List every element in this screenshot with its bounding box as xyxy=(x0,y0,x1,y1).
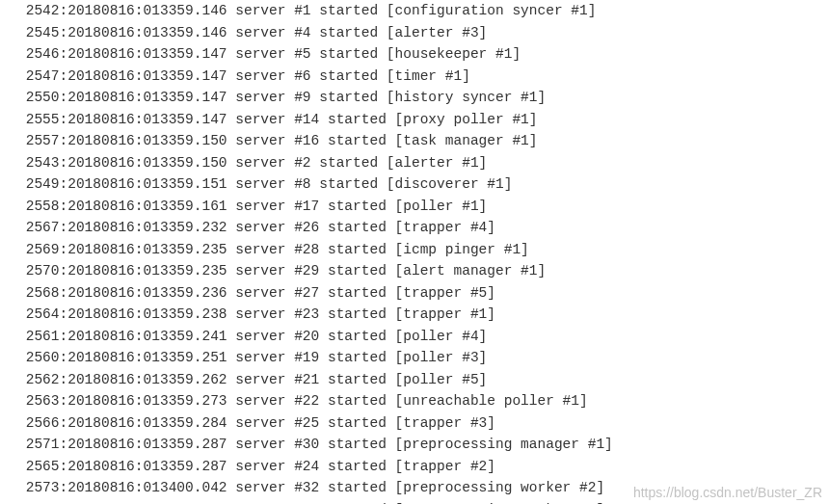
log-line: 2563:20180816:013359.273 server #22 star… xyxy=(17,390,828,412)
log-line: 2567:20180816:013359.232 server #26 star… xyxy=(17,217,828,239)
log-line: 2546:20180816:013359.147 server #5 start… xyxy=(17,43,828,66)
log-line: 2549:20180816:013359.151 server #8 start… xyxy=(17,173,828,196)
log-line: 2547:20180816:013359.147 server #6 start… xyxy=(17,66,828,88)
log-line: 2558:20180816:013359.161 server #17 star… xyxy=(17,196,828,218)
log-line: 2560:20180816:013359.251 server #19 star… xyxy=(17,347,828,369)
log-line: 2550:20180816:013359.147 server #9 start… xyxy=(17,87,828,109)
log-line: 2568:20180816:013359.236 server #27 star… xyxy=(17,282,828,305)
log-line: 2571:20180816:013359.287 server #30 star… xyxy=(17,434,828,456)
watermark-text: https://blog.csdn.net/Buster_ZR xyxy=(633,485,822,500)
log-line: 2570:20180816:013359.235 server #29 star… xyxy=(17,260,828,282)
log-line: 2561:20180816:013359.241 server #20 star… xyxy=(17,326,828,348)
log-line: 2545:20180816:013359.146 server #4 start… xyxy=(17,22,828,44)
log-line: 2557:20180816:013359.150 server #16 star… xyxy=(17,130,828,152)
log-line: 2565:20180816:013359.287 server #24 star… xyxy=(17,456,828,478)
log-output: 2542:20180816:013359.146 server #1 start… xyxy=(0,0,828,504)
log-line: 2555:20180816:013359.147 server #14 star… xyxy=(17,109,828,131)
log-line: 2569:20180816:013359.235 server #28 star… xyxy=(17,239,828,261)
log-line: 2564:20180816:013359.238 server #23 star… xyxy=(17,304,828,326)
log-line: 2562:20180816:013359.262 server #21 star… xyxy=(17,369,828,391)
log-line: 2543:20180816:013359.150 server #2 start… xyxy=(17,152,828,174)
log-line: 2566:20180816:013359.284 server #25 star… xyxy=(17,412,828,435)
log-line: 2542:20180816:013359.146 server #1 start… xyxy=(17,0,828,22)
